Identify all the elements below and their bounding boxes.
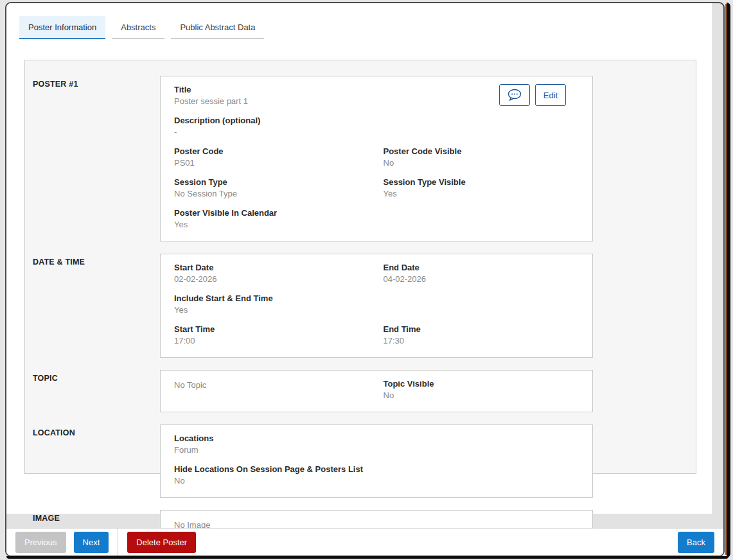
- poster-section-label: POSTER #1: [33, 76, 160, 89]
- field-label: Hide Locations On Session Page & Posters…: [174, 464, 579, 475]
- field-value: Yes: [174, 220, 371, 230]
- date-time-card: Start Date 02-02-2026 End Date 04-02-202…: [160, 254, 593, 358]
- field-label: Session Type Visible: [384, 177, 580, 188]
- field-label: Poster Visible In Calendar: [174, 208, 371, 218]
- date-time-section-label: DATE & TIME: [33, 254, 160, 267]
- end-date-field: End Date 04-02-2026: [384, 263, 580, 284]
- field-value: No: [174, 476, 579, 486]
- date-time-row: DATE & TIME Start Date 02-02-2026 End Da…: [33, 254, 696, 358]
- footer-divider: [118, 529, 118, 556]
- main-panel: Poster Information Abstracts Public Abst…: [6, 3, 712, 514]
- poster-visible-calendar-field: Poster Visible In Calendar Yes: [174, 208, 371, 230]
- field-label: Poster Code: [174, 146, 371, 157]
- location-card: Locations Forum Hide Locations On Sessio…: [160, 424, 593, 498]
- field-value: No Session Type: [174, 189, 371, 199]
- field-value: No Topic: [174, 379, 371, 390]
- field-label: Description (optional): [174, 116, 579, 126]
- location-section-label: LOCATION: [33, 424, 160, 437]
- speech-bubble-icon: [506, 88, 523, 102]
- previous-button[interactable]: Previous: [15, 532, 66, 553]
- include-start-end-time-field: Include Start & End Time Yes: [174, 293, 579, 315]
- field-label: Topic Visible: [384, 379, 580, 389]
- no-topic-field: No Topic: [174, 379, 371, 401]
- hide-locations-field: Hide Locations On Session Page & Posters…: [174, 464, 579, 486]
- description-field: Description (optional) -: [174, 116, 579, 137]
- topic-visible-field: Topic Visible No: [384, 379, 580, 401]
- window-edge-right-border: [727, 3, 730, 557]
- start-time-field: Start Time 17:00: [174, 324, 371, 346]
- poster-card-actions: Edit: [499, 84, 566, 106]
- field-label: End Date: [384, 263, 580, 273]
- tab-abstracts[interactable]: Abstracts: [112, 16, 164, 39]
- end-time-field: End Time 17:30: [384, 324, 580, 346]
- tab-poster-information[interactable]: Poster Information: [19, 16, 105, 39]
- field-label: Include Start & End Time: [174, 293, 579, 304]
- comments-button[interactable]: [499, 84, 530, 106]
- locations-field: Locations Forum: [174, 433, 579, 455]
- field-label: Start Time: [174, 324, 371, 335]
- field-value: Forum: [174, 445, 579, 455]
- field-value: No: [384, 158, 580, 168]
- field-value: Yes: [174, 305, 579, 315]
- footer-bar: Previous Next Delete Poster Back: [6, 528, 723, 556]
- field-label: Start Date: [174, 263, 371, 273]
- window-edge-bottom-border: [6, 556, 729, 559]
- topic-section-label: TOPIC: [33, 370, 160, 383]
- edit-button[interactable]: Edit: [535, 84, 566, 106]
- app-window: Poster Information Abstracts Public Abst…: [5, 2, 725, 557]
- next-button[interactable]: Next: [74, 532, 109, 553]
- field-value: No: [384, 390, 580, 401]
- topic-row: TOPIC No Topic Topic Visible No: [33, 370, 696, 412]
- field-label: Poster Code Visible: [384, 146, 580, 157]
- tab-bar: Poster Information Abstracts Public Abst…: [19, 16, 712, 39]
- field-label: Locations: [174, 433, 579, 444]
- poster-card: Edit Title Poster sessie part 1 Descript…: [160, 76, 593, 241]
- field-value: 17:00: [174, 336, 371, 346]
- session-type-field: Session Type No Session Type: [174, 177, 371, 199]
- field-value: Yes: [384, 189, 580, 199]
- session-type-visible-field: Session Type Visible Yes: [384, 177, 580, 199]
- field-value: 17:30: [384, 336, 580, 346]
- location-row: LOCATION Locations Forum Hide Locations …: [33, 424, 696, 498]
- tab-public-abstract-data[interactable]: Public Abstract Data: [171, 16, 264, 39]
- poster-detail-section: POSTER #1: [24, 60, 696, 474]
- delete-poster-button[interactable]: Delete Poster: [127, 532, 196, 553]
- field-value: -: [174, 127, 579, 137]
- topic-card: No Topic Topic Visible No: [160, 370, 593, 412]
- back-button[interactable]: Back: [678, 532, 714, 553]
- poster-code-field: Poster Code PS01: [174, 146, 371, 168]
- poster-code-visible-field: Poster Code Visible No: [384, 146, 580, 168]
- field-value: 02-02-2026: [174, 274, 371, 284]
- field-label: End Time: [384, 324, 580, 335]
- field-value: 04-02-2026: [384, 274, 580, 284]
- start-date-field: Start Date 02-02-2026: [174, 263, 371, 284]
- field-label: Session Type: [174, 177, 371, 188]
- poster-row: POSTER #1: [33, 76, 696, 241]
- field-value: PS01: [174, 158, 371, 168]
